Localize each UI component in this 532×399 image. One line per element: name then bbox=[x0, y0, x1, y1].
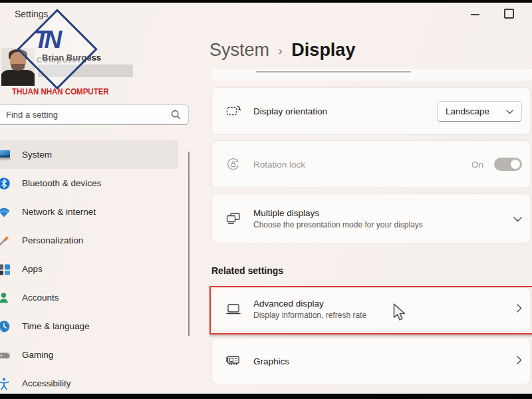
chevron-right-icon bbox=[517, 355, 522, 367]
person-icon bbox=[0, 291, 11, 305]
advanced-display-card[interactable]: Advanced display Display information, re… bbox=[211, 287, 531, 331]
setting-title: Advanced display bbox=[253, 299, 366, 309]
dual-monitor-icon bbox=[225, 211, 241, 227]
sidebar-item-time-language[interactable]: Time & language bbox=[0, 312, 178, 340]
minimize-icon bbox=[471, 14, 479, 15]
sidebar-item-label: Accounts bbox=[22, 293, 59, 303]
chevron-right-icon bbox=[517, 303, 522, 315]
setting-title: Graphics bbox=[253, 356, 289, 366]
breadcrumb: System › Display bbox=[209, 40, 355, 61]
setting-title: Multiple displays bbox=[253, 208, 423, 218]
sidebar-item-accounts[interactable]: Accounts bbox=[0, 283, 178, 312]
avatar-shirt bbox=[1, 70, 35, 86]
gamepad-icon bbox=[0, 348, 11, 362]
chevron-down-icon bbox=[506, 105, 513, 117]
setting-title: Rotation lock bbox=[253, 160, 305, 170]
brush-icon bbox=[0, 234, 11, 247]
breadcrumb-separator-icon: › bbox=[279, 45, 282, 57]
display-orientation-card: Display orientation Landscape bbox=[211, 87, 531, 135]
apps-grid-icon bbox=[0, 263, 11, 276]
sidebar-item-label: System bbox=[22, 150, 52, 160]
monitor-icon bbox=[225, 301, 241, 317]
settings-sidebar: System Bluetooth & devices Network & int… bbox=[0, 140, 189, 398]
clock-icon bbox=[0, 320, 11, 333]
orientation-dropdown-value: Landscape bbox=[446, 106, 506, 116]
scrolled-card-edge bbox=[256, 71, 411, 72]
multiple-displays-card[interactable]: Multiple displays Choose the presentatio… bbox=[211, 194, 531, 243]
sidebar-item-label: Bluetooth & devices bbox=[22, 178, 101, 188]
sidebar-scrollbar[interactable] bbox=[188, 152, 190, 336]
sidebar-item-system[interactable]: System bbox=[0, 140, 178, 169]
search-icon bbox=[171, 110, 181, 120]
orientation-dropdown[interactable]: Landscape bbox=[437, 101, 522, 122]
rotation-lock-card: Rotation lock On bbox=[211, 140, 531, 188]
wifi-icon bbox=[0, 205, 11, 219]
toggle-knob bbox=[511, 160, 520, 169]
accessibility-icon bbox=[0, 377, 11, 390]
setting-subtitle: Choose the presentation mode for your di… bbox=[253, 220, 423, 229]
sidebar-item-label: Network & internet bbox=[22, 207, 96, 217]
sidebar-item-apps[interactable]: Apps bbox=[0, 255, 178, 283]
sidebar-item-label: Gaming bbox=[22, 350, 53, 360]
chevron-down-icon bbox=[513, 213, 522, 225]
watermark-logo-initials: TN bbox=[34, 26, 57, 54]
sidebar-item-label: Accessibility bbox=[22, 378, 71, 388]
scrolled-card-sliver bbox=[211, 69, 532, 80]
search-input[interactable] bbox=[0, 110, 171, 120]
screen-rotate-icon bbox=[225, 103, 241, 119]
minimize-button[interactable] bbox=[466, 8, 484, 20]
sidebar-item-label: Apps bbox=[22, 264, 43, 274]
breadcrumb-parent[interactable]: System bbox=[209, 40, 269, 61]
rotation-lock-icon bbox=[225, 156, 241, 172]
toggle-state-label: On bbox=[471, 160, 483, 170]
mouse-cursor bbox=[393, 303, 407, 324]
sidebar-item-label: Personalization bbox=[22, 235, 83, 245]
sidebar-item-bluetooth-devices[interactable]: Bluetooth & devices bbox=[0, 169, 178, 198]
page-title: Display bbox=[291, 40, 355, 61]
letterbox-bottom bbox=[0, 394, 532, 399]
watermark-banner: THUAN NHAN COMPUTER bbox=[12, 87, 109, 96]
app-title: Settings bbox=[15, 9, 49, 19]
search-box[interactable] bbox=[0, 104, 189, 125]
sidebar-item-personalization[interactable]: Personalization bbox=[0, 226, 178, 255]
avatar-beard bbox=[11, 64, 25, 70]
sidebar-item-label: Time & language bbox=[22, 321, 90, 331]
laptop-icon bbox=[0, 148, 11, 162]
gpu-icon bbox=[225, 353, 241, 369]
sidebar-item-network-internet[interactable]: Network & internet bbox=[0, 198, 178, 226]
graphics-card[interactable]: Graphics bbox=[211, 338, 531, 384]
letterbox-top bbox=[0, 0, 532, 3]
rotation-lock-toggle[interactable] bbox=[494, 158, 522, 171]
maximize-button[interactable] bbox=[504, 9, 514, 19]
setting-subtitle: Display information, refresh rate bbox=[253, 311, 366, 320]
sidebar-item-gaming[interactable]: Gaming bbox=[0, 340, 178, 369]
bluetooth-icon bbox=[0, 177, 11, 190]
related-settings-heading: Related settings bbox=[211, 265, 283, 276]
setting-title: Display orientation bbox=[253, 106, 327, 116]
